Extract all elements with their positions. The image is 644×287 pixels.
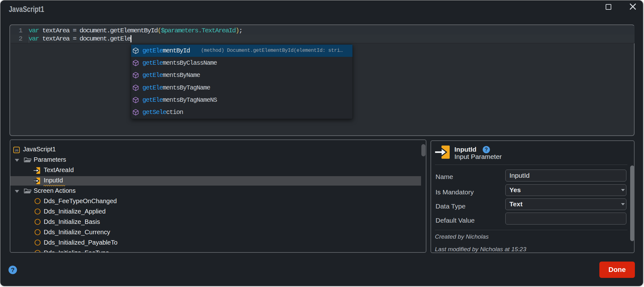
svg-text:JS: JS	[15, 149, 18, 152]
